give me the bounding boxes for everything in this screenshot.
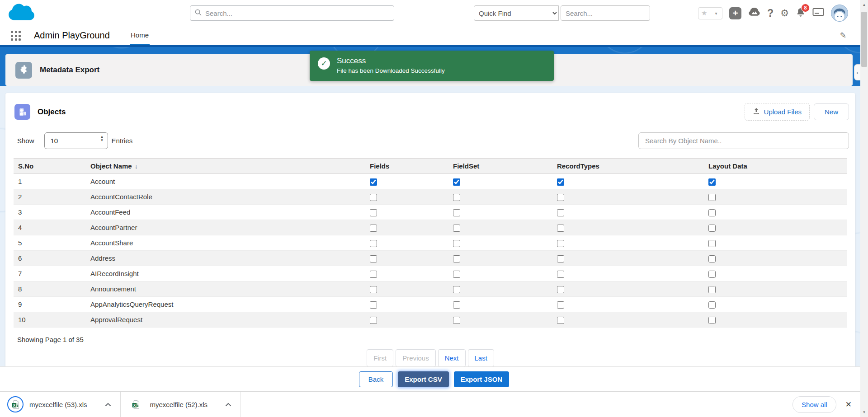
checkbox-fields[interactable]: [370, 194, 377, 201]
checkbox-layout_data[interactable]: [708, 209, 716, 216]
checkbox-layout_data[interactable]: [708, 240, 716, 247]
pagination-previous-button[interactable]: Previous: [396, 349, 435, 367]
checkbox-layout_data[interactable]: [708, 225, 716, 232]
cell-sno: 3: [14, 205, 86, 220]
cell-fieldset: [448, 251, 552, 266]
display-monitor-icon[interactable]: [812, 8, 824, 19]
quick-find-search-input[interactable]: [561, 5, 650, 21]
checkbox-recordtypes[interactable]: [557, 178, 564, 186]
checkbox-recordtypes[interactable]: [557, 271, 564, 278]
checkbox-layout_data[interactable]: [708, 317, 716, 324]
cell-fields: [365, 281, 448, 297]
column-object-name[interactable]: Object Name↓: [86, 159, 365, 174]
checkbox-recordtypes[interactable]: [557, 317, 564, 324]
edit-pencil-icon[interactable]: ✎: [840, 31, 846, 40]
download-options-chevron-icon[interactable]: [105, 403, 111, 407]
download-file-name[interactable]: myexcelfile (52).xls: [150, 401, 208, 408]
new-button[interactable]: New: [814, 103, 849, 120]
star-icon[interactable]: ★: [698, 7, 710, 19]
cell-fieldset: [448, 281, 552, 297]
checkbox-layout_data[interactable]: [708, 271, 716, 278]
vertical-scrollbar[interactable]: ▲ ▼: [860, 0, 868, 417]
checkbox-recordtypes[interactable]: [557, 255, 564, 262]
app-launcher-waffle-icon[interactable]: [11, 31, 21, 41]
checkbox-recordtypes[interactable]: [557, 301, 564, 309]
quick-find-select[interactable]: Quick Find: [474, 5, 559, 21]
checkbox-fieldset[interactable]: [453, 225, 460, 232]
checkbox-fieldset[interactable]: [453, 317, 460, 324]
checkbox-fieldset[interactable]: [453, 301, 460, 309]
back-button[interactable]: Back: [359, 371, 393, 387]
checkbox-recordtypes[interactable]: [557, 225, 564, 232]
checkbox-fields[interactable]: [370, 255, 377, 262]
cell-fields: [365, 174, 448, 189]
cell-recordtypes: [552, 251, 704, 266]
cell-layout_data: [704, 235, 847, 251]
checkbox-recordtypes[interactable]: [557, 209, 564, 216]
pagination-last-button[interactable]: Last: [468, 349, 494, 367]
objects-card: Objects Upload Files New Show ▲ ▼ Entrie…: [5, 93, 855, 367]
checkbox-fields[interactable]: [370, 178, 377, 186]
setup-gear-icon[interactable]: ⚙: [780, 8, 789, 19]
global-search-input[interactable]: [205, 9, 389, 17]
panel-collapse-chevron[interactable]: ‹: [854, 64, 860, 80]
download-file-name[interactable]: myexcelfile (53).xls: [29, 401, 87, 408]
notification-count-badge: 8: [801, 4, 810, 12]
export-json-button[interactable]: Export JSON: [454, 371, 509, 387]
cell-sno: 5: [14, 235, 86, 251]
download-options-chevron-icon[interactable]: [225, 403, 231, 407]
checkbox-layout_data[interactable]: [708, 194, 716, 201]
sort-desc-icon[interactable]: ↓: [135, 163, 138, 170]
checkbox-fields[interactable]: [370, 271, 377, 278]
notifications-bell-icon[interactable]: 8: [796, 7, 806, 19]
cell-sno: 4: [14, 220, 86, 235]
cell-layout_data: [704, 281, 847, 297]
scrollbar-up-icon[interactable]: ▲: [860, 1, 868, 9]
tab-home[interactable]: Home: [130, 26, 150, 45]
trailhead-icon[interactable]: [748, 7, 760, 19]
checkbox-fieldset[interactable]: [453, 286, 460, 293]
scrollbar-thumb[interactable]: [861, 12, 867, 67]
star-dropdown-icon[interactable]: ▾: [710, 7, 722, 19]
checkbox-layout_data[interactable]: [708, 255, 716, 262]
checkbox-fieldset[interactable]: [453, 194, 460, 201]
download-item[interactable]: Xmyexcelfile (53).xls: [0, 392, 120, 417]
salesforce-logo-icon: [7, 2, 35, 24]
pagination-next-button[interactable]: Next: [438, 349, 466, 367]
checkbox-fieldset[interactable]: [453, 178, 460, 186]
checkbox-fieldset[interactable]: [453, 209, 460, 216]
upload-files-button[interactable]: Upload Files: [745, 103, 810, 121]
checkbox-fields[interactable]: [370, 301, 377, 309]
help-icon[interactable]: ?: [767, 7, 774, 19]
checkbox-fields[interactable]: [370, 317, 377, 324]
user-avatar[interactable]: [831, 5, 848, 22]
entries-count-input[interactable]: [44, 132, 108, 149]
checkbox-recordtypes[interactable]: [557, 194, 564, 201]
global-actions-icon[interactable]: +: [729, 7, 741, 19]
stepper-down-icon[interactable]: ▼: [100, 139, 104, 142]
favorites-split-button[interactable]: ★ ▾: [698, 7, 722, 19]
search-icon: [195, 9, 202, 18]
global-search[interactable]: [190, 5, 394, 21]
scrollbar-down-icon[interactable]: ▼: [860, 408, 868, 416]
checkbox-fields[interactable]: [370, 209, 377, 216]
object-name-search-input[interactable]: [638, 132, 849, 149]
checkbox-fields[interactable]: [370, 240, 377, 247]
checkbox-layout_data[interactable]: [708, 178, 716, 186]
checkbox-fieldset[interactable]: [453, 255, 460, 262]
cell-object-name: AccountFeed: [86, 205, 365, 220]
checkbox-layout_data[interactable]: [708, 286, 716, 293]
entries-stepper[interactable]: ▲ ▼: [100, 135, 104, 142]
close-downloads-bar-icon[interactable]: ✕: [845, 400, 852, 409]
checkbox-fieldset[interactable]: [453, 271, 460, 278]
download-item[interactable]: Xmyexcelfile (52).xls: [121, 392, 241, 417]
checkbox-fieldset[interactable]: [453, 240, 460, 247]
pagination-first-button[interactable]: First: [367, 349, 393, 367]
checkbox-layout_data[interactable]: [708, 301, 716, 309]
checkbox-fields[interactable]: [370, 286, 377, 293]
show-all-downloads-button[interactable]: Show all: [793, 396, 836, 413]
export-csv-button[interactable]: Export CSV: [398, 371, 449, 387]
checkbox-fields[interactable]: [370, 225, 377, 232]
checkbox-recordtypes[interactable]: [557, 286, 564, 293]
checkbox-recordtypes[interactable]: [557, 240, 564, 247]
